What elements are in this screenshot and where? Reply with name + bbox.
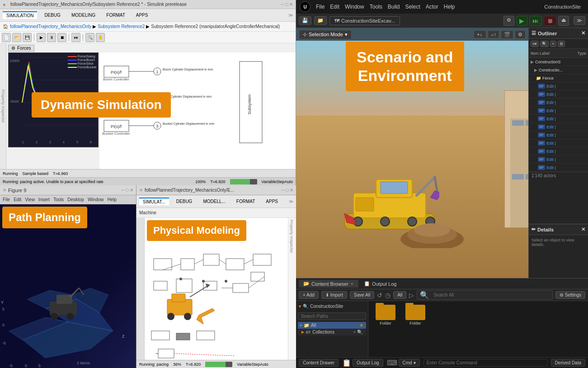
construction-site-label[interactable]: ConstructionSite [310,304,343,309]
sim-breadcrumb-1[interactable]: followPlannedTrajectory_MechanicsOnly [10,24,91,29]
outliner-item-bf-9[interactable]: BF Edit | [529,147,588,156]
folder-1[interactable]: Folder [372,305,399,327]
all-folder-item[interactable]: ▾ 📁 All 8 [298,322,366,329]
edit-btn-7[interactable]: Edit | [546,133,555,137]
viewport-btn-2[interactable]: ⬦↑ [488,30,500,38]
fig-menu-window[interactable]: Window [88,197,104,202]
edit-btn-11[interactable]: Edit | [546,165,555,170]
import-button[interactable]: ⬇ Import [321,291,347,299]
ue-level-tab[interactable]: 🗺 ConstructionSiteExcav... [329,16,400,25]
outliner-item-bf-1[interactable]: BF Edit | [529,82,588,90]
edit-btn-9[interactable]: Edit | [546,149,555,154]
edit-btn-3[interactable]: Edit | [546,100,555,105]
outliner-filter-btn[interactable]: ≡▾ [531,41,539,47]
details-close-btn[interactable]: ✕ [581,226,585,232]
outliner-item-bf-3[interactable]: BF Edit | [529,99,588,107]
ue-stop-btn[interactable]: ⏹ [544,16,556,26]
edit-btn-8[interactable]: Edit | [546,141,555,146]
outliner-close-btn[interactable]: ✕ [581,30,585,36]
edit-btn-4[interactable]: Edit | [546,109,555,113]
phys-tab-format[interactable]: FORMAT [233,198,259,205]
ue-content-btn[interactable]: 📁 [314,16,327,25]
sim-tab-modeling[interactable]: MODELING [68,12,99,19]
sim-new-btn[interactable]: 📄 [2,33,11,42]
path-planning-plot[interactable]: -5 0 5 -5 0 5 X Y Z [0,204,136,368]
output-log-btn[interactable]: Output Log [353,359,383,367]
sim-ribbon-expand[interactable]: ≫ [288,13,293,18]
sim-pause-btn[interactable]: ⏸ [47,33,56,42]
derived-data-btn[interactable]: Derived Data [551,359,585,367]
selection-mode-dropdown[interactable]: ⊹ Selection Mode ▾ [299,30,352,39]
edit-btn-10[interactable]: Edit | [546,157,555,162]
outliner-item-bf-11[interactable]: BF Edit | [529,164,588,172]
construction-site-expand[interactable]: ▾ [299,304,301,309]
edit-btn-1[interactable]: Edit | [546,84,555,89]
output-log-tab[interactable]: 📋 Output Log [359,280,401,288]
fig-menu-tools[interactable]: Tools [53,197,64,202]
collections-search-icon[interactable]: 🔍 [357,330,362,335]
ue-menu-edit[interactable]: Edit [330,4,339,10]
sim-step-fwd-btn[interactable]: ⏭ [71,33,80,42]
outliner-item-bf-4[interactable]: BF Edit | [529,107,588,115]
outliner-settings-btn[interactable]: ⚙ [558,41,565,47]
outliner-item-construction-s[interactable]: ▶ ConstructionS [529,58,588,66]
edit-btn-6[interactable]: Edit | [546,125,555,129]
edit-btn-5[interactable]: Edit | [546,117,555,121]
fig-menu-help[interactable]: Help [108,197,117,202]
fig-menu-insert[interactable]: Insert [38,197,50,202]
sim-run-btn[interactable]: ▶ [37,33,46,42]
phys-tab-model[interactable]: MODELL... [199,198,229,205]
ue-menu-actor[interactable]: Actor [426,4,438,10]
paths-search-input[interactable] [298,312,366,320]
phys-expand[interactable]: ≫ [289,199,293,204]
ue-save-btn[interactable]: 💾 [299,16,311,25]
fig-menu-view[interactable]: View [25,197,35,202]
sim-stop-btn[interactable]: ⏹ [57,33,66,42]
fig-menu-desktop[interactable]: Desktop [67,197,84,202]
sim-tab-debug[interactable]: DEBUG [41,12,64,19]
collections-item[interactable]: ▶ 🏷 Collections + 🔍 [298,329,366,335]
phys-close[interactable]: ✕ [139,188,143,193]
settings-button[interactable]: ⚙ Settings [555,291,585,299]
outliner-add-btn[interactable]: + [550,41,556,47]
save-all-button[interactable]: Save All [350,291,374,299]
phys-tab-apps[interactable]: APPS [262,198,282,205]
edit-btn-2[interactable]: Edit | [546,92,555,97]
forces-checkbox[interactable]: ⚙ Forces [8,45,34,52]
ue-menu-tools[interactable]: Tools [370,4,382,10]
cmd-btn[interactable]: Cmd ▾ [399,359,420,367]
outliner-item-construction[interactable]: ▶ Constructio... [529,66,588,74]
viewport-btn-3[interactable]: 🎬 [501,30,513,39]
outliner-item-bf-8[interactable]: BF Edit | [529,139,588,147]
sim-save-btn[interactable]: 💾 [23,33,32,42]
sim-breadcrumb-2[interactable]: Subsystem Reference2 [98,24,145,29]
ue-menu-file[interactable]: File [316,4,325,10]
ue-expand-btn[interactable]: ≫ [574,16,585,25]
outliner-item-bf-2[interactable]: BF Edit | [529,90,588,99]
sim-zoom-btn[interactable]: 🔍 [85,33,94,42]
sim-close-icon[interactable]: ● [3,2,6,7]
sim-tab-apps[interactable]: APPS [132,12,152,19]
ue-menu-build[interactable]: Build [388,4,400,10]
search-input[interactable] [431,292,550,298]
viewport-btn-4[interactable]: ⚙ [515,30,526,39]
fig-menu-edit[interactable]: Edit [14,197,21,202]
refresh-icon[interactable]: ↺ [377,292,382,299]
content-drawer-btn[interactable]: Content Drawer [299,359,339,367]
ue-menu-help[interactable]: Help [444,4,455,10]
forward-icon[interactable]: ▷ [409,292,414,299]
outliner-item-bf-6[interactable]: BF Edit | [529,123,588,131]
outliner-item-bf-5[interactable]: BF Edit | [529,115,588,123]
outliner-item-bf-7[interactable]: BF Edit | [529,131,588,139]
history-icon[interactable]: ◷ [385,292,390,299]
phys-tab-sim[interactable]: SIMULAT... [139,198,169,205]
simulink-diagram[interactable]: PI(s)/f Boom Controller PI(s)/f Stick Co… [99,52,296,169]
folder-2[interactable]: Folder [402,305,429,327]
fig-close[interactable]: ✕ [3,188,6,193]
content-browser-content[interactable]: Folder Folder 2 items [368,301,588,357]
ue-menu-select[interactable]: Select [405,4,420,10]
ue-play-next-btn[interactable]: ⏭ [529,16,542,26]
viewport-btn-1[interactable]: +⬦ [474,30,486,38]
content-browser-tab[interactable]: 📂 Content Browser ✕ [299,280,358,288]
console-input[interactable] [423,359,547,367]
